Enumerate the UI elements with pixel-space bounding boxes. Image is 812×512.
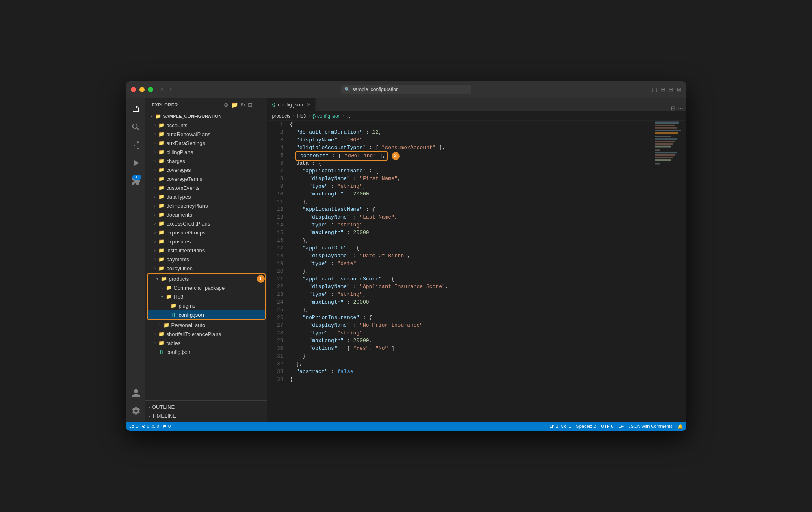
chevron-down-icon: ▾	[149, 113, 155, 119]
sidebar-item-policyLines[interactable]: › 📁 policyLines	[145, 264, 267, 273]
status-encoding[interactable]: UTF-8	[601, 424, 613, 429]
folder-icon: 📁	[158, 176, 165, 182]
sidebar-item-plugins[interactable]: › 📁 plugins	[148, 301, 265, 310]
refresh-icon[interactable]: ↻	[240, 102, 245, 108]
chevron-right-icon: ›	[152, 256, 158, 263]
installmentPlans-label: installmentPlans	[167, 247, 267, 254]
activity-settings[interactable]	[128, 402, 144, 419]
activity-search[interactable]	[128, 119, 144, 135]
status-language[interactable]: JSON with Comments	[628, 424, 672, 429]
status-bar: ⎇ 0 ⊗ 0 ⚠ 0 ⚑ 0 Ln 1, Col 1 Spaces: 2 UT	[126, 422, 686, 431]
sidebar-item-exposures[interactable]: › 📁 exposures	[145, 237, 267, 246]
coverageTerms-label: coverageTerms	[167, 176, 267, 182]
layout-icon-1[interactable]: ⬚	[652, 86, 657, 93]
titlebar: ‹ › 🔍 sample_configuration ⬚ ⊞ ⊟ ⊠	[126, 81, 686, 98]
sidebar-title: EXPLORER	[152, 102, 178, 107]
outline-section[interactable]: › OUTLINE	[145, 402, 267, 411]
sidebar-item-products[interactable]: ▾ 📁 products 1	[148, 274, 265, 283]
more-actions-icon[interactable]: ⋯	[255, 102, 261, 108]
folder-icon: 📁	[158, 265, 165, 271]
tree-root-folder[interactable]: ▾ 📁 SAMPLE_CONFIGURATION	[145, 112, 267, 121]
sidebar-item-payments[interactable]: › 📁 payments	[145, 255, 267, 264]
code-line-22: "displayName" : "Applicant Insurance Sco…	[290, 283, 654, 291]
status-ln-col[interactable]: Ln 1, Col 1	[550, 424, 571, 429]
svg-rect-10	[655, 149, 660, 151]
status-left: ⎇ 0 ⊗ 0 ⚠ 0 ⚑ 0	[129, 424, 171, 429]
timeline-section[interactable]: › TIMELINE	[145, 411, 267, 420]
policyLines-label: policyLines	[167, 265, 267, 271]
sidebar-item-excessCreditPlans[interactable]: › 📁 excessCreditPlans	[145, 219, 267, 228]
personal-auto-label: Personal_auto	[171, 322, 267, 328]
split-editor-icon[interactable]: ⊟	[671, 105, 676, 111]
chevron-right-icon: ›	[152, 140, 158, 146]
minimize-button[interactable]	[139, 87, 145, 92]
code-line-30: "options" : [ "Yes", "No" ]	[290, 345, 654, 352]
layout-icon-4[interactable]: ⊠	[677, 86, 682, 93]
search-icon: 🔍	[344, 87, 350, 92]
back-button[interactable]: ‹	[160, 85, 165, 94]
tab-close-button[interactable]: ×	[307, 101, 310, 108]
svg-rect-11	[655, 152, 677, 154]
sidebar-item-Ho3[interactable]: ▾ 📁 Ho3	[148, 292, 265, 301]
status-errors[interactable]: ⊗ 0 ⚠ 0	[142, 424, 159, 429]
sidebar-item-charges[interactable]: › 📁 charges	[145, 156, 267, 165]
sidebar-bottom: › OUTLINE › TIMELINE	[145, 400, 267, 422]
maximize-button[interactable]	[148, 87, 153, 92]
activity-extensions[interactable]	[128, 172, 144, 189]
sidebar-item-auxDataSettings[interactable]: › 📁 auxDataSettings	[145, 139, 267, 148]
activity-account[interactable]	[128, 384, 144, 401]
sidebar-item-exposureGroups[interactable]: › 📁 exposureGroups	[145, 228, 267, 237]
folder-icon: 📁	[166, 293, 172, 300]
sidebar-item-dataTypes[interactable]: › 📁 dataTypes	[145, 192, 267, 201]
svg-rect-3	[655, 130, 681, 131]
sidebar-item-shortfallTolerancePlans[interactable]: › 📁 shortfallTolerancePlans	[145, 330, 267, 338]
shortfallTolerancePlans-label: shortfallTolerancePlans	[167, 331, 267, 337]
search-bar[interactable]: 🔍 sample_configuration	[341, 85, 471, 94]
sidebar-item-coverages[interactable]: › 📁 coverages	[145, 165, 267, 174]
status-bell[interactable]: 🔔	[678, 424, 683, 429]
new-folder-icon[interactable]: 📁	[231, 102, 238, 108]
breadcrumb-products[interactable]: products	[272, 113, 291, 119]
sidebar-item-config-json-root[interactable]: {} config.json	[145, 347, 267, 356]
collapse-icon[interactable]: ⊟	[248, 102, 253, 108]
sidebar-item-delinquencyPlans[interactable]: › 📁 delinquencyPlans	[145, 201, 267, 210]
breadcrumb-config-json[interactable]: {} config.json	[313, 113, 341, 119]
breadcrumb-ho3[interactable]: Ho3	[297, 113, 306, 119]
traffic-lights	[131, 87, 153, 92]
activity-source-control[interactable]	[128, 137, 144, 153]
status-spaces[interactable]: Spaces: 2	[576, 424, 596, 429]
status-eol[interactable]: LF	[618, 424, 624, 429]
tab-config-json[interactable]: {} config.json ×	[267, 98, 316, 111]
sidebar-item-accounts[interactable]: › 📁 accounts	[145, 121, 267, 130]
close-button[interactable]	[131, 87, 136, 92]
breadcrumb-ellipsis[interactable]: …	[347, 113, 352, 119]
status-git[interactable]: ⎇ 0	[129, 424, 139, 429]
new-file-icon[interactable]: ⊕	[224, 102, 229, 108]
sidebar-item-autoRenewalPlans[interactable]: › 📁 autoRenewalPlans	[145, 130, 267, 139]
annotation-badge-1: 1	[257, 275, 265, 283]
status-info[interactable]: ⚑ 0	[162, 424, 171, 429]
layout-icon-3[interactable]: ⊟	[669, 86, 673, 93]
more-actions-icon[interactable]: ⋯	[678, 105, 683, 111]
layout-icon-2[interactable]: ⊞	[660, 86, 665, 93]
titlebar-right: ⬚ ⊞ ⊟ ⊠	[652, 86, 682, 93]
sidebar-item-Personal_auto[interactable]: › 📁 Personal_auto	[145, 321, 267, 330]
ho3-label: Ho3	[174, 294, 265, 300]
sidebar-item-billingPlans[interactable]: › 📁 billingPlans	[145, 148, 267, 156]
tab-json-icon: {}	[272, 102, 276, 107]
activity-run[interactable]	[128, 154, 144, 171]
code-line-10: "maxLength" : 20000	[290, 190, 654, 198]
sidebar-item-coverageTerms[interactable]: › 📁 coverageTerms	[145, 174, 267, 183]
sidebar-item-documents[interactable]: › 📁 documents	[145, 210, 267, 219]
sidebar-item-installmentPlans[interactable]: › 📁 installmentPlans	[145, 246, 267, 255]
sidebar-item-Commercial_package[interactable]: › 📁 Commercial_package	[148, 283, 265, 292]
sidebar-item-tables[interactable]: › 📁 tables	[145, 338, 267, 347]
chevron-right-icon: ›	[152, 340, 158, 346]
forward-button[interactable]: ›	[168, 85, 173, 94]
activity-explorer[interactable]	[128, 101, 144, 117]
sidebar-item-customEvents[interactable]: › 📁 customEvents	[145, 183, 267, 192]
spacer	[152, 349, 158, 355]
code-content[interactable]: { "defaultTermDuration" : 12, "displayNa…	[287, 121, 654, 422]
folder-icon: 📁	[158, 184, 165, 191]
sidebar-item-config-json[interactable]: {} config.json	[148, 310, 265, 319]
